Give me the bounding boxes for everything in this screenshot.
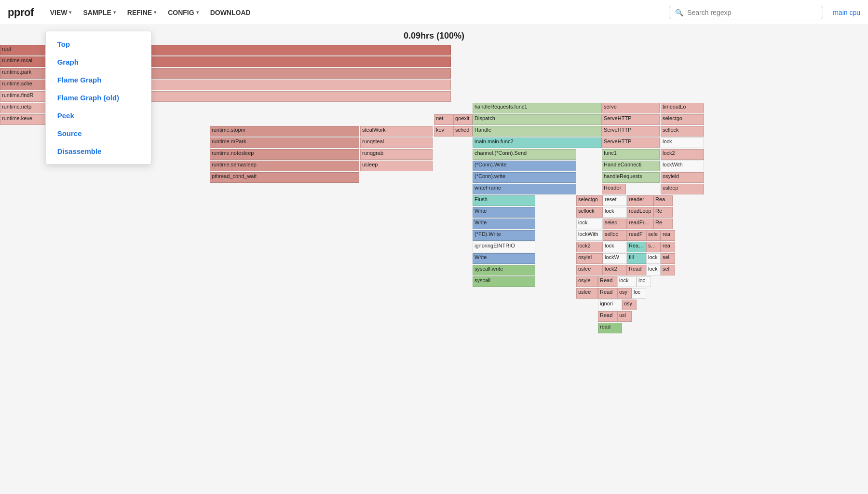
fg-block-69[interactable]: Readb — [627, 242, 646, 252]
nav-download[interactable]: DOWNLOAD — [205, 6, 256, 19]
fg-block-86[interactable]: uslee — [576, 288, 598, 299]
fg-block-51[interactable]: reset — [603, 195, 627, 206]
fg-block-44[interactable]: ServeHTTP — [602, 137, 660, 148]
dropdown-item-flamegraph[interactable]: Flame Graph — [46, 71, 151, 89]
fg-block-16[interactable]: pthread_cond_wait — [210, 172, 359, 183]
fg-block-31[interactable]: (*Conn).write — [473, 172, 576, 183]
nav-sample[interactable]: SAMPLE ▾ — [78, 6, 120, 19]
fg-block-28[interactable]: main.main.func2 — [473, 137, 602, 148]
fg-block-80[interactable]: lock — [646, 265, 661, 275]
fg-block-54[interactable]: sellock — [576, 207, 603, 218]
fg-block-52[interactable]: reader — [627, 195, 653, 206]
fg-block-29[interactable]: channel.(*Conn).Send — [473, 149, 576, 160]
fg-block-102[interactable]: usleep — [661, 184, 704, 194]
fg-block-68[interactable]: lock — [603, 242, 627, 252]
fg-block-49[interactable]: Reader — [602, 184, 626, 194]
fg-block-39[interactable]: syscall.write — [473, 265, 535, 275]
fg-block-84[interactable]: lock — [617, 276, 637, 287]
fg-block-37[interactable]: ignoringEINTRIO — [473, 242, 535, 252]
fg-block-100[interactable]: lockWith — [661, 161, 704, 171]
fg-block-93[interactable]: usl — [617, 311, 632, 322]
fg-block-13[interactable]: runtime.mPark — [210, 137, 359, 148]
fg-block-70[interactable]: sello — [646, 242, 661, 252]
fg-block-89[interactable]: loc — [632, 288, 646, 299]
fg-block-98[interactable]: lock — [661, 137, 704, 148]
fg-block-88[interactable]: osy — [617, 288, 632, 299]
fg-block-71[interactable]: rea — [661, 242, 675, 252]
fg-block-30[interactable]: (*Conn).Write — [473, 161, 576, 171]
fg-block-25[interactable]: handleRequests.func1 — [473, 103, 602, 113]
fg-block-45[interactable]: func1 — [602, 149, 660, 160]
fg-block-18[interactable]: runqsteal — [360, 137, 433, 148]
fg-block-14[interactable]: runtime.notesleep — [210, 149, 359, 160]
dropdown-item-disassemble[interactable]: Disassemble — [46, 142, 151, 160]
fg-block-55[interactable]: lock — [603, 207, 627, 218]
fg-block-74[interactable]: fill — [627, 253, 646, 264]
fg-block-83[interactable]: Read — [598, 276, 617, 287]
fg-block-60[interactable]: readFrame — [627, 219, 653, 229]
nav-view[interactable]: VIEW ▾ Top Graph Flame Graph Flame Graph… — [45, 6, 77, 19]
fg-block-12[interactable]: runtime.stopm — [210, 126, 359, 137]
main-cpu-link[interactable]: main cpu — [833, 9, 860, 16]
fg-block-58[interactable]: lock — [576, 219, 603, 229]
fg-block-47[interactable]: handleRequests — [602, 172, 660, 183]
fg-block-32[interactable]: writeFrame — [473, 184, 576, 194]
fg-block-43[interactable]: ServeHTTP — [602, 126, 660, 137]
fg-block-20[interactable]: usleep — [360, 161, 433, 171]
fg-block-57[interactable]: Re — [653, 207, 673, 218]
search-box[interactable]: 🔍 — [669, 6, 823, 19]
fg-block-64[interactable]: readF — [627, 230, 646, 241]
fg-block-92[interactable]: Read — [598, 311, 617, 322]
fg-block-66[interactable]: rea — [661, 230, 675, 241]
nav-config[interactable]: CONFIG ▾ — [163, 6, 203, 19]
fg-block-40[interactable]: syscall — [473, 276, 535, 287]
fg-block-76[interactable]: sel — [661, 253, 675, 264]
nav-refine[interactable]: REFINE ▾ — [122, 6, 161, 19]
search-input[interactable] — [687, 9, 817, 16]
fg-block-87[interactable]: Read — [598, 288, 617, 299]
fg-block-34[interactable]: Write — [473, 207, 535, 218]
fg-block-24[interactable]: sched — [453, 126, 473, 137]
fg-block-15[interactable]: runtime.semasleep — [210, 161, 359, 171]
fg-block-94[interactable]: read — [598, 323, 622, 333]
fg-block-91[interactable]: osy — [622, 300, 637, 310]
fg-block-81[interactable]: sel — [661, 265, 675, 275]
dropdown-item-peek[interactable]: Peek — [46, 107, 151, 124]
fg-block-56[interactable]: readLoop — [627, 207, 653, 218]
fg-block-23[interactable]: goexit — [453, 114, 473, 125]
fg-block-79[interactable]: Read — [627, 265, 646, 275]
fg-block-65[interactable]: sele — [646, 230, 661, 241]
fg-block-36[interactable]: (*FD).Write — [473, 230, 535, 241]
fg-block-33[interactable]: Flush — [473, 195, 535, 206]
fg-block-62[interactable]: lockWith — [576, 230, 603, 241]
fg-block-85[interactable]: loc — [637, 276, 651, 287]
fg-block-21[interactable]: net — [434, 114, 453, 125]
fg-block-35[interactable]: Write — [473, 219, 535, 229]
fg-block-26[interactable]: Dispatch — [473, 114, 602, 125]
dropdown-item-flamegraph-old[interactable]: Flame Graph (old) — [46, 89, 151, 107]
fg-block-17[interactable]: stealWork — [360, 126, 433, 137]
fg-block-82[interactable]: osyie — [576, 276, 598, 287]
fg-block-53[interactable]: Rea — [653, 195, 673, 206]
dropdown-item-top[interactable]: Top — [46, 35, 151, 53]
fg-block-72[interactable]: osyiel — [576, 253, 603, 264]
dropdown-item-graph[interactable]: Graph — [46, 53, 151, 71]
fg-block-63[interactable]: selloc — [603, 230, 627, 241]
fg-block-73[interactable]: lockW — [603, 253, 627, 264]
dropdown-item-source[interactable]: Source — [46, 124, 151, 142]
fg-block-61[interactable]: Re — [653, 219, 673, 229]
fg-block-22[interactable]: kev — [434, 126, 453, 137]
fg-block-46[interactable]: HandleConnecti — [602, 161, 660, 171]
fg-block-97[interactable]: sellock — [661, 126, 704, 137]
fg-block-78[interactable]: lock2 — [603, 265, 627, 275]
fg-block-67[interactable]: lock2 — [576, 242, 603, 252]
fg-block-101[interactable]: osyield — [661, 172, 704, 183]
fg-block-19[interactable]: runqgrab — [360, 149, 433, 160]
fg-block-75[interactable]: lock — [646, 253, 661, 264]
fg-block-96[interactable]: selectgo — [661, 114, 704, 125]
fg-block-90[interactable]: ignori — [598, 300, 622, 310]
fg-block-99[interactable]: lock2 — [661, 149, 704, 160]
fg-block-42[interactable]: ServeHTTP — [602, 114, 660, 125]
fg-block-59[interactable]: selec — [603, 219, 627, 229]
fg-block-38[interactable]: Write — [473, 253, 535, 264]
